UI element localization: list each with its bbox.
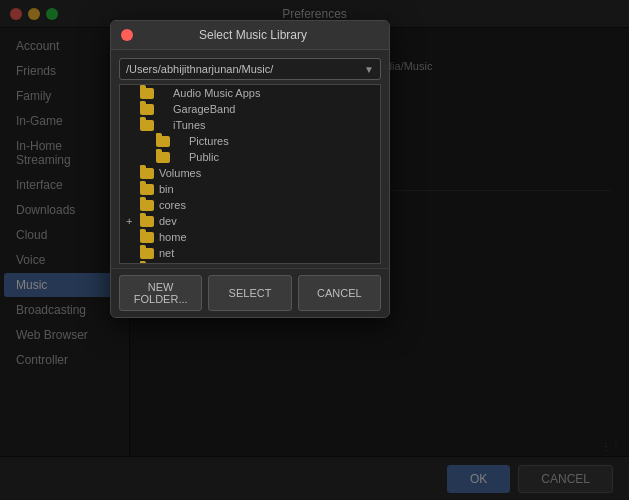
dialog-titlebar: Select Music Library (111, 21, 389, 50)
dialog-close-button[interactable] (121, 29, 133, 41)
folder-icon (140, 104, 154, 115)
tree-item-garageband[interactable]: GarageBand (120, 101, 380, 117)
dialog-cancel-button[interactable]: CANCEL (298, 275, 381, 311)
folder-icon (140, 216, 154, 227)
folder-icon (140, 168, 154, 179)
expand-icon: + (126, 263, 138, 264)
folder-icon (140, 88, 154, 99)
dialog-path-row: ▼ (119, 58, 381, 80)
tree-item-net[interactable]: net (120, 245, 380, 261)
tree-item-itunes[interactable]: iTunes (120, 117, 380, 133)
select-button[interactable]: SELECT (208, 275, 291, 311)
dialog-button-row: NEW FOLDER... SELECT CANCEL (111, 268, 389, 317)
expand-icon: + (126, 215, 138, 227)
tree-item-audiomusic[interactable]: Audio Music Apps (120, 85, 380, 101)
folder-icon (156, 152, 170, 163)
folder-icon (140, 200, 154, 211)
tree-item-bin[interactable]: bin (120, 181, 380, 197)
folder-icon (140, 120, 154, 131)
dropdown-arrow-icon[interactable]: ▼ (358, 60, 380, 79)
folder-icon (140, 184, 154, 195)
select-music-library-dialog: Select Music Library ▼ Audio Music Apps … (110, 20, 390, 318)
folder-icon (140, 264, 154, 265)
new-folder-button[interactable]: NEW FOLDER... (119, 275, 202, 311)
tree-item-public[interactable]: Public (120, 149, 380, 165)
tree-item-dev[interactable]: + dev (120, 213, 380, 229)
tree-item-cores[interactable]: cores (120, 197, 380, 213)
file-tree[interactable]: Audio Music Apps GarageBand iTunes Pictu… (119, 84, 381, 264)
dialog-title: Select Music Library (139, 28, 367, 42)
folder-icon (156, 136, 170, 147)
dialog-path-input[interactable] (120, 59, 358, 79)
tree-item-pictures[interactable]: Pictures (120, 133, 380, 149)
tree-item-volumes[interactable]: Volumes (120, 165, 380, 181)
folder-icon (140, 248, 154, 259)
folder-icon (140, 232, 154, 243)
tree-item-home[interactable]: home (120, 229, 380, 245)
tree-item-private[interactable]: + private (120, 261, 380, 264)
